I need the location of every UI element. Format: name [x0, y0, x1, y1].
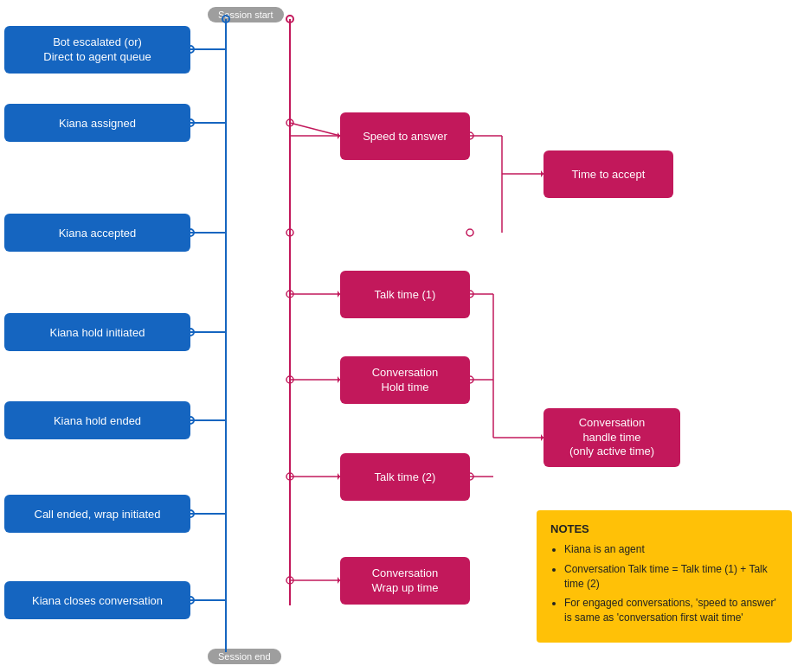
event-bot-escalated: Bot escalated (or) Direct to agent queue	[4, 26, 190, 74]
metric-time-to-accept: Time to accept	[544, 150, 673, 198]
notes-box: NOTES Kiana is an agent Conversation Tal…	[537, 510, 792, 643]
event-call-ended: Call ended, wrap initiated	[4, 495, 190, 533]
svg-line-18	[290, 123, 340, 136]
metric-conversation-hold-time: Conversation Hold time	[340, 356, 470, 404]
event-kiana-assigned: Kiana assigned	[4, 104, 190, 142]
svg-point-41	[286, 577, 293, 584]
metric-speed-to-answer: Speed to answer	[340, 112, 470, 160]
metric-talk-time-1: Talk time (1)	[340, 271, 470, 318]
session-start-label: Session start	[208, 7, 284, 22]
svg-point-20	[286, 229, 293, 236]
notes-title: NOTES	[550, 522, 778, 535]
notes-item-2: Conversation Talk time = Talk time (1) +…	[564, 562, 778, 592]
metric-conversation-handle-time: Conversation handle time (only active ti…	[544, 408, 680, 467]
svg-point-29	[466, 229, 473, 236]
svg-point-38	[286, 473, 293, 480]
svg-point-17	[286, 16, 293, 22]
event-kiana-hold-ended: Kiana hold ended	[4, 401, 190, 439]
metric-talk-time-2: Talk time (2)	[340, 453, 470, 501]
event-kiana-closes: Kiana closes conversation	[4, 581, 190, 619]
svg-point-32	[286, 291, 293, 298]
event-kiana-accepted: Kiana accepted	[4, 214, 190, 252]
notes-item-1: Kiana is an agent	[564, 542, 778, 557]
notes-item-3: For engaged conversations, 'speed to ans…	[564, 596, 778, 625]
session-end-label: Session end	[208, 649, 281, 664]
diagram-container: Session start Session end	[0, 0, 804, 672]
svg-point-19	[286, 119, 293, 126]
notes-list: Kiana is an agent Conversation Talk time…	[550, 542, 778, 625]
metric-conversation-wrap-up-time: Conversation Wrap up time	[340, 557, 470, 605]
svg-point-35	[286, 376, 293, 383]
event-kiana-hold-initiated: Kiana hold initiated	[4, 313, 190, 351]
